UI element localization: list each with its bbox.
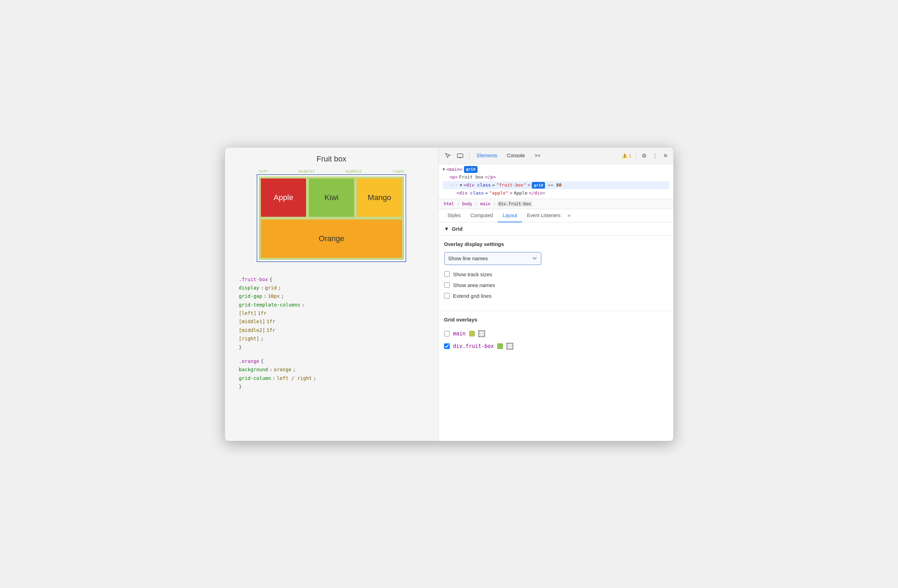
code-block: .fruit-box { display : grid ; grid-gap :… — [232, 272, 431, 394]
toolbar-sep2 — [636, 151, 636, 160]
line-label-middle1: middle1 — [299, 169, 315, 174]
more-tabs-icon[interactable]: » — [566, 209, 573, 221]
fruit-box-color-swatch[interactable] — [497, 343, 503, 349]
overlay-row-fruit-box: div.fruit-box — [438, 340, 674, 352]
show-area-names-row: Show area names — [444, 282, 668, 288]
overlay-settings-title: Overlay display settings — [444, 241, 668, 247]
show-track-sizes-row: Show track sizes — [444, 271, 668, 277]
devtools-panel: Elements Console >> ⚠️ 1 ⚙ ⋮ ✕ ▼ <main> … — [438, 148, 674, 441]
left-panel: Fruit box left middle1 middle2 right App… — [225, 148, 438, 441]
tab-elements[interactable]: Elements — [474, 151, 501, 160]
sub-tabs: Styles Computed Layout Event Listeners » — [438, 209, 674, 222]
inspect-icon[interactable] — [443, 151, 452, 160]
dom-panel: ▼ <main> grid <p> Fruit box </p> ··· ▼ <… — [438, 164, 674, 199]
breadcrumb-html[interactable]: html — [443, 201, 456, 207]
dom-line-main: ▼ <main> grid — [443, 166, 669, 174]
grid-overlays-title: Grid overlays — [438, 311, 674, 323]
overlay-settings-section: Overlay display settings Show line names… — [438, 236, 674, 311]
tab-styles[interactable]: Styles — [443, 209, 466, 222]
code-selector-orange: .orange — [239, 357, 260, 365]
code-selector-fruit: .fruit-box — [239, 276, 268, 283]
close-icon[interactable]: ✕ — [662, 151, 669, 160]
overlay-row-main: main — [438, 328, 674, 340]
device-toggle-icon[interactable] — [455, 151, 465, 160]
fruit-grid: Apple Kiwi Mango Orange — [259, 176, 404, 260]
tab-console[interactable]: Console — [504, 151, 528, 160]
main-overlay-label: main — [453, 331, 466, 337]
tab-computed[interactable]: Computed — [466, 209, 498, 222]
grid-section-header[interactable]: ▼ Grid — [438, 222, 674, 236]
kiwi-cell: Kiwi — [309, 179, 354, 217]
more-options-icon[interactable]: ⋮ — [651, 151, 659, 160]
extend-grid-lines-checkbox[interactable] — [444, 293, 450, 299]
dom-line-p: <p> Fruit box </p> — [443, 173, 669, 181]
extend-grid-lines-label: Extend grid lines — [453, 293, 492, 299]
show-track-sizes-label: Show track sizes — [453, 271, 492, 277]
main-grid-icon[interactable] — [478, 330, 485, 337]
extend-grid-lines-row: Extend grid lines — [444, 293, 668, 299]
line-names-dropdown[interactable]: Show line names Show line numbers Hide l… — [444, 252, 541, 265]
breadcrumb-main[interactable]: main — [479, 201, 492, 207]
line-label-middle2: middle2 — [346, 169, 362, 174]
warning-badge[interactable]: ⚠️ 1 — [622, 153, 631, 158]
page-title: Fruit box — [317, 154, 346, 163]
orange-cell: Orange — [261, 220, 402, 258]
breadcrumb-fruit-box[interactable]: div.fruit-box — [497, 201, 532, 207]
show-track-sizes-checkbox[interactable] — [444, 271, 450, 277]
fruit-box-overlay-checkbox[interactable] — [444, 343, 450, 349]
apple-cell: Apple — [261, 179, 306, 217]
show-area-names-checkbox[interactable] — [444, 282, 450, 288]
svg-rect-1 — [459, 157, 461, 158]
show-area-names-label: Show area names — [453, 282, 495, 288]
line-label-left: left — [259, 169, 268, 174]
breadcrumb-body[interactable]: body — [461, 201, 474, 207]
main-color-swatch[interactable] — [469, 331, 475, 336]
mango-cell: Mango — [357, 179, 402, 217]
tab-more[interactable]: >> — [531, 151, 544, 160]
line-label-right: right — [393, 169, 404, 174]
toolbar-separator — [469, 151, 469, 160]
grid-overlays-section: Grid overlays main — [438, 311, 674, 352]
dom-line-fruit-box[interactable]: ··· ▼ <div class = "fruit-box" > grid ==… — [443, 181, 669, 189]
fruit-box-overlay-label: div.fruit-box — [453, 343, 494, 349]
grid-section-label: Grid — [452, 226, 463, 232]
tab-layout[interactable]: Layout — [498, 209, 522, 222]
svg-rect-2 — [479, 331, 484, 336]
browser-window: Fruit box left middle1 middle2 right App… — [224, 147, 674, 441]
settings-icon[interactable]: ⚙ — [640, 151, 648, 160]
line-names-dropdown-wrapper: Show line names Show line numbers Hide l… — [444, 252, 668, 265]
tab-event-listeners[interactable]: Event Listeners — [522, 209, 566, 222]
main-overlay-checkbox[interactable] — [444, 331, 450, 336]
devtools-toolbar: Elements Console >> ⚠️ 1 ⚙ ⋮ ✕ — [438, 148, 674, 164]
layout-content: ▼ Grid Overlay display settings Show lin… — [438, 222, 674, 441]
breadcrumb: html › body › main › div.fruit-box — [438, 199, 674, 209]
fruit-box-grid-icon[interactable] — [506, 343, 514, 350]
dom-line-apple: <div class = "apple" > Apple </div> — [443, 189, 669, 197]
svg-rect-6 — [507, 344, 512, 349]
